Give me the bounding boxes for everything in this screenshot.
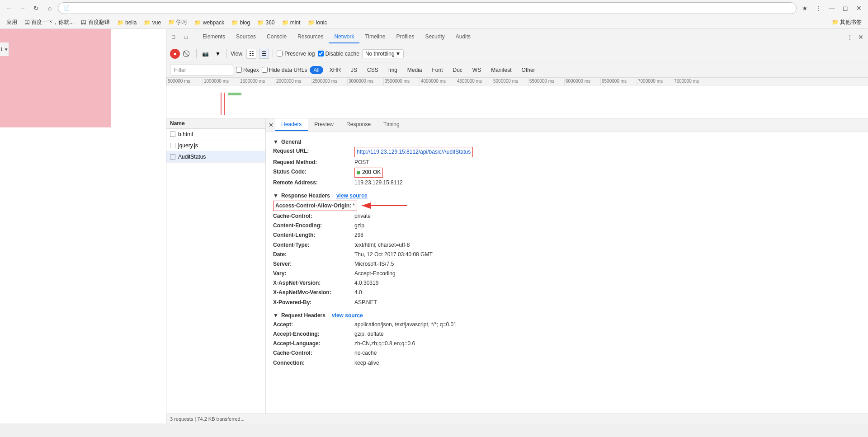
tab-network[interactable]: Network (329, 31, 359, 43)
record-button[interactable]: ● (170, 49, 180, 59)
filter-type-xhr[interactable]: XHR (326, 66, 344, 74)
tab-elements[interactable]: Elements (197, 31, 231, 43)
refresh-button[interactable]: ↻ (31, 3, 42, 14)
devtools-more-btn[interactable]: ⋮ (844, 32, 855, 42)
throttle-select[interactable]: No throttling ▼ (362, 49, 404, 58)
filter-type-media[interactable]: Media (404, 66, 426, 74)
content-length-row: Content-Length: 298 (273, 231, 861, 240)
request-item-jquery[interactable]: jquery.js (166, 140, 265, 151)
close-window-button[interactable]: ✕ (854, 3, 864, 14)
menu-button[interactable]: ⋮ (813, 3, 824, 14)
timeline-bar-3 (228, 93, 241, 95)
bookmark-360[interactable]: 📁 360 (255, 19, 277, 27)
tab-security[interactable]: Security (420, 31, 450, 43)
response-headers-section-title: ▼ Response Headers view source (273, 193, 861, 199)
view-list-btn[interactable]: ☷ (246, 49, 256, 59)
request-item-bhtml[interactable]: b.html (166, 129, 265, 140)
close-details-btn[interactable]: ✕ (266, 122, 276, 128)
clear-button[interactable]: ⃠ (183, 49, 193, 59)
response-headers-view-source[interactable]: view source (336, 193, 368, 199)
address-bar[interactable]: 📄 119.23.129.15:8968/b.html (58, 2, 797, 14)
request-headers-view-source[interactable]: view source (332, 312, 363, 319)
devtools-undock-btn[interactable]: □ (181, 32, 192, 42)
camera-button[interactable]: 📷 (200, 49, 210, 59)
headers-content: ▼ General Request URL: http://119.23.129… (266, 132, 868, 372)
filter-type-css[interactable]: CSS (363, 66, 382, 74)
date-row: Date: Thu, 12 Oct 2017 03:40:08 GMT (273, 250, 861, 259)
details-tab-bar: ✕ Headers Preview Response Timing (266, 118, 868, 132)
bookmark-baidu[interactable]: 🕮 百度一下，你就... (22, 18, 76, 27)
general-title-text: General (281, 139, 302, 145)
view-detail-btn[interactable]: ☰ (259, 49, 269, 59)
filter-type-font[interactable]: Font (429, 66, 447, 74)
tab-audits[interactable]: Audits (450, 31, 476, 43)
request-name-jquery: jquery.js (178, 142, 198, 149)
disable-cache-checkbox[interactable] (318, 51, 324, 56)
filter-type-js[interactable]: JS (347, 66, 361, 74)
details-tab-preview[interactable]: Preview (308, 118, 340, 131)
bookmark-learn[interactable]: 📁 学习 (165, 18, 190, 27)
back-button[interactable]: ← (4, 3, 14, 14)
content-type-key: Content-Type: (273, 241, 354, 249)
restore-button[interactable]: ◻ (840, 3, 851, 14)
accept-language-key: Accept-Language: (273, 339, 354, 348)
details-tab-timing[interactable]: Timing (377, 118, 406, 131)
toolbar-divider-3 (273, 49, 273, 58)
filter-type-img[interactable]: Img (385, 66, 401, 74)
hide-data-urls-checkbox[interactable] (262, 67, 268, 73)
request-list: Name b.html jquery.js AuditStatus (166, 118, 266, 414)
devtools-dock-btn[interactable]: ◻ (168, 32, 179, 42)
content-encoding-row: Content-Encoding: gzip (273, 221, 861, 230)
tab-console[interactable]: Console (261, 31, 292, 43)
filter-toggle-button[interactable]: ▼ (213, 49, 223, 59)
bookmark-blog[interactable]: 📁 blog (229, 19, 253, 27)
bookmark-ionic[interactable]: 📁 ionic (305, 19, 330, 27)
tab-timeline[interactable]: Timeline (359, 31, 391, 43)
tab-resources[interactable]: Resources (292, 31, 329, 43)
filter-type-other[interactable]: Other (518, 66, 539, 74)
hide-data-urls-option[interactable]: Hide data URLs (262, 67, 307, 73)
regex-checkbox[interactable] (236, 67, 242, 73)
star-button[interactable]: ★ (799, 3, 810, 14)
request-item-auditstatus[interactable]: AuditStatus (166, 151, 265, 163)
tick-3000: 3000000 ms (347, 78, 383, 85)
vary-value: Accept-Encoding (354, 269, 396, 278)
bookmark-apps[interactable]: 应用 (4, 18, 20, 27)
devtools-close-btn[interactable]: ✕ (855, 32, 866, 42)
connection-value: keep-alive (354, 359, 379, 367)
bookmark-translate[interactable]: 🕮 百度翻译 (78, 18, 112, 27)
filter-type-all[interactable]: All (310, 66, 323, 74)
content-area: 1 ▼ ◻ □ Elements Sources Console Resourc… (0, 29, 868, 423)
status-code-value: 200 OK (354, 168, 383, 177)
browser-chrome: ← → ↻ ⌂ 📄 119.23.129.15:8968/b.html ★ ⋮ … (0, 0, 868, 29)
tab-sources[interactable]: Sources (231, 31, 261, 43)
filter-input[interactable] (170, 65, 233, 75)
request-checkbox-bhtml[interactable] (170, 132, 175, 137)
request-list-header: Name (166, 118, 265, 129)
tab-profiles[interactable]: Profiles (391, 31, 420, 43)
disable-cache-checkbox-label[interactable]: Disable cache (318, 51, 359, 57)
accept-encoding-row: Accept-Encoding: gzip, deflate (273, 330, 861, 338)
filter-type-doc[interactable]: Doc (449, 66, 466, 74)
regex-option[interactable]: Regex (236, 67, 259, 73)
bookmark-other[interactable]: 📁 其他书签 (829, 18, 864, 27)
bookmark-webpack[interactable]: 📁 webpack (192, 19, 227, 27)
home-button[interactable]: ⌂ (44, 3, 55, 14)
filter-type-ws[interactable]: WS (469, 66, 485, 74)
address-input[interactable]: 119.23.129.15:8968/b.html (72, 5, 791, 11)
server-value: Microsoft-IIS/7.5 (354, 260, 394, 268)
bookmark-mint[interactable]: 📁 mint (279, 19, 303, 27)
request-checkbox-auditstatus[interactable] (170, 154, 175, 160)
bookmark-bella[interactable]: 📁 bella (114, 19, 140, 27)
request-checkbox-jquery[interactable] (170, 143, 175, 148)
details-tab-response[interactable]: Response (340, 118, 377, 131)
details-tab-headers[interactable]: Headers (275, 118, 308, 131)
filter-type-manifest[interactable]: Manifest (487, 66, 515, 74)
forward-button[interactable]: → (17, 3, 28, 14)
minimize-button[interactable]: ― (826, 3, 837, 14)
date-value: Thu, 12 Oct 2017 03:40:08 GMT (354, 250, 433, 259)
tick-1500: 1500000 ms (239, 78, 275, 85)
preserve-log-checkbox-label[interactable]: Preserve log (277, 51, 315, 57)
bookmark-vue[interactable]: 📁 vue (141, 19, 164, 27)
preserve-log-checkbox[interactable] (277, 51, 283, 56)
